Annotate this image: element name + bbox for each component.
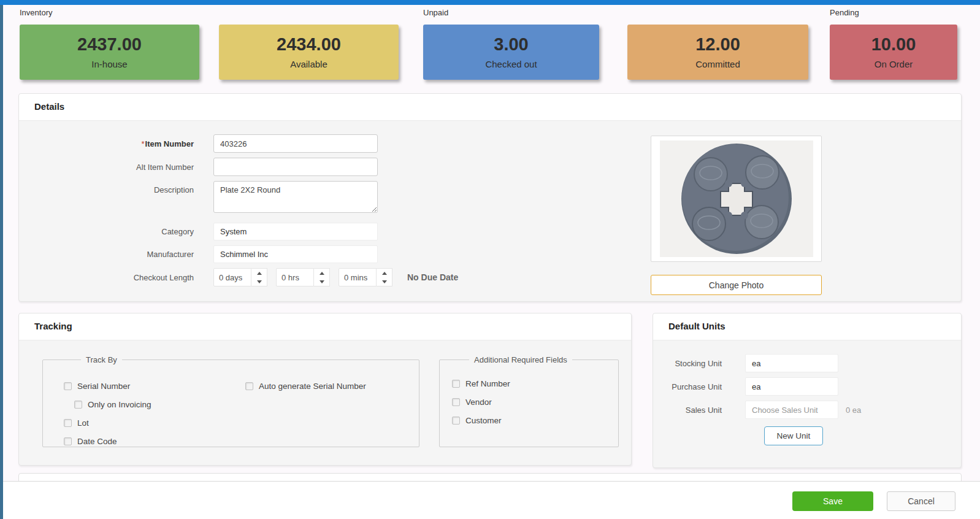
stat-group-label: Unpaid	[423, 8, 808, 17]
stat-label: Committed	[695, 59, 740, 69]
checkout-days-input[interactable]	[213, 268, 251, 286]
checkbox-label: Customer	[465, 416, 502, 425]
stat-value: 12.00	[695, 35, 740, 55]
ref-number-checkbox[interactable]	[452, 380, 460, 388]
change-photo-button[interactable]: Change Photo	[651, 275, 822, 295]
details-section: Details *Item Number Alt Item Number Des…	[18, 93, 962, 302]
stat-card-checked-out: 3.00 Checked out	[423, 25, 599, 80]
checkout-mins-stepper[interactable]	[377, 268, 392, 286]
tracking-section: Tracking Track By Serial Number Only on …	[18, 313, 632, 466]
additional-required-fields-legend: Additional Required Fields	[469, 355, 572, 364]
stat-group-pending: Pending 10.00 On Order	[830, 8, 957, 80]
stepper-down-icon[interactable]	[377, 277, 392, 286]
stocking-unit-label: Stocking Unit	[653, 359, 745, 368]
stat-label: Available	[290, 59, 327, 69]
track-by-legend: Track By	[81, 355, 122, 364]
stat-value: 2437.00	[77, 35, 142, 55]
stat-value: 3.00	[494, 35, 528, 55]
checkout-length-label: Checkout Length	[19, 273, 213, 282]
sales-unit-label: Sales Unit	[653, 406, 745, 415]
stat-card-available: 2434.00 Available	[219, 25, 399, 80]
inventory-item-page: Inventory 2437.00 In-house 2434.00 Avail…	[0, 0, 980, 519]
only-on-invoicing-checkbox[interactable]	[74, 401, 82, 409]
stat-label: On Order	[875, 59, 913, 69]
default-units-section-title: Default Units	[653, 313, 961, 340]
checkout-hours-stepper[interactable]	[314, 268, 330, 286]
purchase-unit-input[interactable]	[745, 377, 838, 396]
description-label: Description	[19, 181, 213, 194]
stat-group-unpaid: Unpaid 3.00 Checked out 12.00 Committed	[423, 8, 808, 80]
manufacturer-input[interactable]	[213, 245, 378, 263]
item-number-label: *Item Number	[19, 139, 213, 148]
stat-card-committed: 12.00 Committed	[627, 25, 808, 80]
stat-value: 2434.00	[277, 35, 341, 55]
sales-unit-input[interactable]	[745, 401, 838, 419]
cancel-button[interactable]: Cancel	[887, 491, 955, 511]
item-number-input[interactable]	[213, 134, 378, 153]
checkbox-label: Only on Invoicing	[88, 400, 151, 409]
alt-item-number-input[interactable]	[213, 158, 378, 176]
new-unit-button[interactable]: New Unit	[764, 426, 823, 445]
description-textarea[interactable]: Plate 2X2 Round	[213, 181, 378, 213]
category-label: Category	[19, 227, 213, 236]
stat-label: In-house	[91, 59, 127, 69]
checkout-days-stepper[interactable]	[251, 268, 267, 286]
checkbox-label: Date Code	[77, 437, 117, 446]
category-input[interactable]	[213, 223, 378, 240]
stepper-down-icon[interactable]	[251, 277, 267, 286]
manufacturer-label: Manufacturer	[19, 250, 213, 259]
default-units-section: Default Units Stocking Unit Purchase Uni…	[653, 313, 962, 468]
date-code-checkbox[interactable]	[64, 437, 72, 445]
purchase-unit-label: Purchase Unit	[653, 382, 745, 391]
sales-unit-quantity-text: 0 ea	[846, 406, 861, 415]
tracking-section-title: Tracking	[19, 313, 631, 340]
save-button[interactable]: Save	[792, 491, 873, 511]
stat-card-in-house: 2437.00 In-house	[20, 25, 199, 80]
vendor-checkbox[interactable]	[452, 398, 460, 406]
no-due-date-text: No Due Date	[407, 272, 458, 282]
stat-label: Checked out	[485, 59, 537, 69]
additional-required-fields-fieldset: Additional Required Fields Ref Number Ve…	[439, 355, 619, 447]
checkbox-label: Auto generate Serial Number	[259, 382, 366, 391]
stepper-down-icon[interactable]	[314, 277, 329, 286]
top-accent-bar	[0, 0, 980, 5]
stat-group-label: Inventory	[20, 8, 399, 17]
stat-value: 10.00	[871, 35, 916, 55]
details-form: *Item Number Alt Item Number Description…	[19, 134, 510, 291]
item-photo-panel: Change Photo	[651, 136, 822, 295]
checkbox-label: Lot	[77, 418, 89, 428]
lego-plate-photo	[660, 140, 813, 257]
stepper-up-icon[interactable]	[314, 269, 329, 277]
stocking-unit-input[interactable]	[745, 354, 838, 372]
track-by-fieldset: Track By Serial Number Only on Invoicing	[42, 355, 419, 447]
stat-card-on-order: 10.00 On Order	[830, 25, 957, 80]
stepper-up-icon[interactable]	[251, 269, 267, 277]
checkbox-label: Serial Number	[77, 382, 130, 391]
item-photo	[651, 136, 822, 262]
checkbox-label: Vendor	[465, 398, 492, 407]
auto-generate-serial-number-checkbox[interactable]	[245, 382, 253, 390]
required-asterisk: *	[141, 139, 144, 148]
lot-checkbox[interactable]	[64, 419, 72, 427]
stepper-up-icon[interactable]	[377, 269, 392, 277]
checkbox-label: Ref Number	[465, 379, 510, 388]
main-content: Inventory 2437.00 In-house 2434.00 Avail…	[3, 5, 980, 519]
footer-action-bar: Save Cancel	[3, 481, 980, 519]
customer-checkbox[interactable]	[452, 417, 460, 425]
serial-number-checkbox[interactable]	[64, 382, 72, 390]
left-accent-strip	[0, 5, 3, 519]
checkout-mins-input[interactable]	[339, 268, 377, 286]
stat-group-label: Pending	[830, 8, 957, 17]
details-section-title: Details	[19, 94, 961, 121]
checkout-hours-input[interactable]	[276, 268, 314, 286]
stat-group-inventory: Inventory 2437.00 In-house 2434.00 Avail…	[20, 8, 399, 80]
alt-item-number-label: Alt Item Number	[19, 163, 213, 172]
